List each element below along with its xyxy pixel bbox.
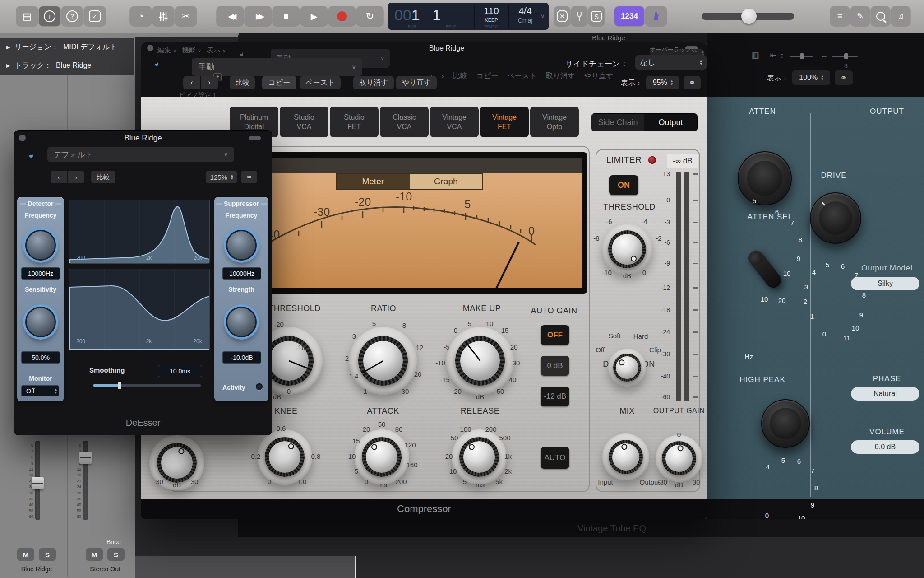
fader-scale-1: 0369121821243036405060 — [18, 443, 33, 520]
cycle-button[interactable]: ↻ — [356, 6, 383, 26]
tick-label: 200 — [76, 338, 85, 345]
vertical-zoom-icon[interactable]: ↕ — [780, 51, 784, 60]
track-value: Blue Ridge — [56, 61, 91, 70]
fader-cap-2[interactable] — [79, 452, 92, 464]
strength-label: Strength — [214, 286, 268, 293]
tick-label: 10 — [852, 324, 859, 332]
eq-view-zoom-stepper[interactable]: 100%▴▾ — [792, 70, 830, 85]
undo-button[interactable]: 取り消す — [353, 76, 394, 89]
rewind-button[interactable]: ◀◀ — [217, 6, 244, 26]
ruler-number: 6 — [844, 62, 848, 70]
suppressor-section: — Suppressor — Frequency 10000Hz Strengt… — [214, 197, 268, 401]
eq-link-icon[interactable]: ⚭ — [835, 70, 853, 85]
smoothing-slider[interactable] — [93, 384, 201, 387]
window-close-dot[interactable] — [147, 45, 153, 51]
stop-button[interactable]: ■ — [273, 6, 300, 26]
note-pads-icon[interactable]: ✎ — [850, 6, 870, 26]
bottom-divider — [355, 556, 356, 578]
metronome-button[interactable] — [645, 6, 667, 26]
solo-mode-icon[interactable]: S — [588, 6, 605, 26]
tuner-dial-icon[interactable]: ◔ — [130, 6, 152, 26]
library-icon[interactable]: ▤ — [16, 6, 38, 26]
scissors-icon[interactable]: ✂ — [175, 6, 197, 26]
paste-button[interactable]: ペースト — [300, 76, 341, 89]
lcd-chevron-icon[interactable]: ∨ — [541, 13, 545, 19]
deesser-plugin-name: DeEsser — [126, 418, 161, 428]
track-label: トラック： — [14, 61, 51, 70]
tempo-display[interactable]: 110 KEEP — [476, 5, 506, 23]
strength-knob[interactable] — [226, 307, 257, 337]
mixer-icon[interactable] — [152, 6, 174, 26]
compressor-footer: Compressor — [141, 499, 707, 519]
view-zoom-stepper[interactable]: 95%▴▾ — [646, 76, 679, 89]
tempo-label: TEMPO — [484, 24, 498, 29]
deesser-window[interactable]: Blue Ridge デフォルト∨ ‹ › 比較 125%▴▾ ⚭ — Dete… — [14, 130, 272, 435]
mute-button-2[interactable]: M — [86, 548, 103, 561]
volume-slider-knob[interactable] — [741, 9, 757, 24]
ghost-nav-row: ‹›比較コピー ペースト取り消すやり直す — [430, 71, 613, 81]
activity-label: Activity — [222, 384, 245, 391]
inspector-icon[interactable]: i — [39, 6, 60, 26]
mute-button-1[interactable]: M — [17, 548, 34, 561]
next-preset-button[interactable]: › — [201, 76, 218, 89]
sidechain-dropdown[interactable]: なし▴▾ — [635, 55, 707, 70]
signature-display[interactable]: 4/4 Cmaj — [511, 5, 540, 24]
play-button[interactable]: ▶ — [300, 6, 328, 26]
region-inspector-row[interactable]: ▶ リージョン： MIDI デフォルト — [0, 38, 134, 56]
catch-playhead-icon[interactable]: ▥ — [748, 50, 762, 62]
media-browser-icon[interactable]: ♫ — [891, 6, 910, 26]
drive-ticks: 01234567891011 — [707, 97, 924, 499]
disclosure-triangle-icon[interactable]: ▶ — [6, 63, 10, 69]
prev-preset-button[interactable]: ‹ — [183, 76, 200, 89]
fader-cap-1[interactable] — [32, 477, 44, 489]
strength-value[interactable]: -10.0dB — [222, 351, 261, 364]
suppressor-frequency-label: Frequency — [214, 212, 268, 219]
horizontal-zoom-slider[interactable] — [832, 56, 858, 57]
smoothing-slider-handle[interactable] — [118, 382, 121, 389]
track-inspector-row[interactable]: ▶ トラック： Blue Ridge — [0, 56, 134, 75]
position-display[interactable]: 001 1 — [394, 6, 441, 24]
copy-button[interactable]: コピー — [262, 76, 296, 89]
suppressor-frequency-value[interactable]: 10000Hz — [222, 267, 261, 280]
no-input-monitor-icon[interactable]: ✕ — [554, 6, 570, 26]
count-in-button[interactable]: 1234 — [614, 6, 644, 26]
tick-label: 2k — [146, 338, 152, 345]
tick-label: 30 — [693, 478, 700, 486]
tick-label: 11 — [843, 334, 850, 342]
horizontal-zoom-icon[interactable]: ↔ — [821, 51, 828, 60]
link-icon[interactable]: ⚭ — [684, 76, 701, 89]
list-editors-icon[interactable]: ≡ — [830, 6, 850, 26]
lcd-display[interactable]: 001 1 BAR BEAT 110 KEEP TEMPO 4/4 Cmaj ∨ — [388, 3, 549, 30]
help-icon[interactable]: ? — [61, 6, 83, 26]
control-bar: ▤ i ? ✓ ◔ ✂ ◀◀ ▶▶ ■ ▶ ↻ 001 1 BAR BEAT 1… — [0, 0, 924, 33]
vintage-tube-eq-window[interactable]: ▥ ⇤ ↕ ↔ 6 表示： 100%▴▾ ⚭ ATTEN ATTEN SEL H… — [707, 30, 924, 537]
ghost-menu-bar: 編集 ∨ 機能 ∨ 表示 ∨ — [157, 46, 226, 55]
tick-label: 9 — [811, 501, 814, 509]
solo-button-1[interactable]: S — [39, 548, 56, 561]
tick-label: 2 — [804, 298, 807, 305]
metronome-icon — [651, 11, 661, 22]
record-button[interactable] — [328, 6, 356, 26]
redo-button[interactable]: やり直す — [396, 76, 437, 89]
auto-zoom-icon[interactable]: ⇤ — [767, 50, 780, 62]
quick-help-icon[interactable]: ✓ — [84, 6, 106, 26]
master-volume-slider[interactable] — [702, 13, 794, 20]
sidechain-label: サイドチェーン： — [565, 59, 628, 69]
tuning-fork-icon[interactable] — [571, 6, 587, 26]
loop-browser-icon[interactable] — [871, 6, 890, 26]
tick-label: -30 — [657, 478, 667, 486]
tick-label: 9 — [859, 311, 863, 319]
disclosure-triangle-icon[interactable]: ▶ — [6, 44, 10, 50]
background-window-title: Blue Ridge — [592, 34, 625, 42]
compare-button[interactable]: 比較 — [230, 76, 255, 89]
tick-label: 4 — [812, 268, 816, 276]
region-value: MIDI デフォルト — [63, 42, 117, 52]
smoothing-value[interactable]: 10.0ms — [158, 365, 202, 377]
vertical-zoom-slider[interactable] — [790, 56, 813, 57]
suppressor-frequency-knob[interactable] — [226, 230, 257, 261]
compressor-window-title: Blue Ridge — [429, 44, 464, 52]
forward-button[interactable]: ▶▶ — [245, 6, 272, 26]
eq-footer-title: Vintage Tube EQ — [578, 523, 646, 534]
tick-label: 3 — [804, 283, 808, 291]
solo-button-2[interactable]: S — [107, 548, 125, 561]
